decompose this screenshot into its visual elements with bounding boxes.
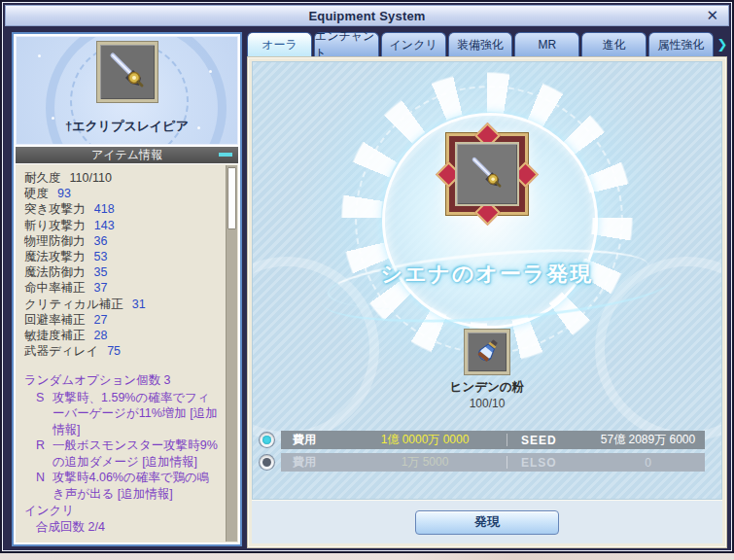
stat-value: 37 [94, 280, 108, 296]
stat-label: 回避率補正 [24, 312, 86, 328]
random-option-row: N 攻撃時4.06%の確率で鶏の鳴き声が出る [追加情報] [24, 470, 221, 502]
aura-area: オーラ エンチャント インクリ 装備強化 MR 進 [247, 32, 728, 548]
option-text: 一般ボスモンスター攻撃時9%の追加ダメージ [追加情報] [52, 438, 221, 470]
stat-value: 418 [94, 201, 115, 217]
material-count: 100/10 [470, 397, 506, 410]
stat-label: 斬り攻撃力 [24, 218, 86, 233]
random-options-header: ランダムオプション個数 3 [24, 372, 221, 389]
stat-row: 回避率補正 27 [24, 312, 221, 328]
stat-row: 物理防御力 36 [24, 233, 221, 249]
stat-row: クリティカル補正 31 [24, 297, 221, 312]
aura-content: シエナのオーラ発現 ヒンデンの粉 [252, 61, 722, 500]
collapse-icon[interactable] [219, 153, 232, 157]
cost-bar: 費用 1億 0000万 0000 SEED 57億 2089万 6000 [281, 431, 705, 449]
currency-label: ELSO [507, 456, 591, 470]
random-option-row: S 攻撃時、1.59%の確率でフィーバーゲージが11%増加 [追加情報] [24, 390, 221, 438]
rapier-icon [104, 49, 151, 95]
option-grade: S [36, 390, 52, 438]
tab[interactable]: インクリ [381, 32, 446, 56]
stat-label: 物理防御力 [24, 233, 86, 249]
stat-label: 硬度 [24, 186, 49, 201]
stat-row: 耐久度 110/110 [24, 170, 221, 186]
cost-label: 費用 [281, 454, 343, 471]
material-slot[interactable] [465, 330, 509, 374]
cost-radio[interactable] [260, 433, 274, 447]
stat-label: 魔法防御力 [24, 264, 86, 280]
stat-value: 110/110 [70, 170, 112, 186]
random-option-row: R 一般ボスモンスター攻撃時9%の追加ダメージ [追加情報] [24, 438, 221, 470]
item-info-header-label: アイテム情報 [91, 147, 162, 163]
currency-label: SEED [507, 434, 591, 447]
stat-row: 命中率補正 37 [24, 280, 221, 296]
option-grade: R [36, 438, 52, 470]
tab[interactable]: 装備強化 [448, 32, 513, 56]
stat-label: 耐久度 [24, 170, 61, 186]
tab[interactable]: エンチャント [314, 32, 379, 56]
item-stats-area: 耐久度 110/110 硬度 93 突き攻撃力 418 斬り攻撃力 [16, 163, 238, 542]
random-option-list: S 攻撃時、1.59%の確率でフィーバーゲージが11%増加 [追加情報] R 一… [24, 390, 221, 503]
stat-value: 93 [57, 186, 71, 201]
stat-label: 突き攻撃力 [24, 201, 86, 217]
stat-row: 魔法防御力 35 [24, 264, 221, 280]
cost-row: 費用 1億 0000万 0000 SEED 57億 2089万 6000 [260, 431, 705, 449]
stat-value: 35 [94, 264, 108, 280]
stats-scrollbar[interactable] [226, 165, 237, 542]
cost-radio[interactable] [260, 455, 274, 470]
stat-label: 命中率補正 [24, 280, 86, 296]
tab-label: オーラ [262, 37, 297, 53]
stats-scrollbar-thumb[interactable] [227, 167, 236, 229]
cost-bar: 費用 1万 5000 ELSO 0 [281, 453, 705, 472]
incli-header: インクリ [24, 503, 221, 519]
cost-value: 1万 5000 [343, 454, 507, 471]
sparkle [209, 70, 212, 73]
tab-label: インクリ [390, 37, 437, 53]
tab[interactable]: 属性強化 [648, 32, 714, 56]
material-name: ヒンデンの粉 [450, 379, 524, 396]
tab[interactable]: オーラ [247, 32, 312, 56]
stat-label: 敏捷度補正 [24, 328, 86, 343]
currency-value: 0 [591, 456, 705, 470]
item-info-panel: †エクリプスレイピア アイテム情報 耐久度 110/110 硬度 93 [12, 32, 242, 546]
title-bar: Equipment System ✕ [5, 5, 729, 26]
option-grade: N [36, 470, 52, 502]
tab-scroll-right-icon[interactable]: ❯ [717, 34, 728, 54]
stat-value: 28 [94, 328, 108, 343]
stat-value: 75 [107, 343, 121, 359]
window-title: Equipment System [308, 9, 425, 23]
stat-label: 魔法攻撃力 [24, 249, 86, 264]
equipped-item-slot[interactable] [97, 42, 157, 102]
item-showcase: †エクリプスレイピア [16, 36, 238, 145]
stat-value: 143 [94, 218, 115, 233]
sparkle [38, 54, 41, 57]
stat-row: 斬り攻撃力 143 [24, 218, 221, 233]
cost-rows: 費用 1億 0000万 0000 SEED 57億 2089万 6000 [260, 431, 705, 472]
tab-bar: オーラ エンチャント インクリ 装備強化 MR 進 [247, 32, 728, 56]
close-icon[interactable]: ✕ [706, 7, 718, 24]
stat-row: 武器ディレイ 75 [24, 343, 221, 359]
tab-label: 装備強化 [457, 37, 504, 53]
item-info-header: アイテム情報 [16, 147, 238, 163]
action-strip: 発現 [252, 500, 722, 543]
stat-value: 31 [132, 297, 146, 312]
tab-label: 属性強化 [658, 37, 705, 53]
currency-value: 57億 2089万 6000 [591, 432, 705, 448]
option-text: 攻撃時、1.59%の確率でフィーバーゲージが11%増加 [追加情報] [52, 390, 221, 438]
stat-label: クリティカル補正 [24, 297, 123, 312]
aura-title: シエナのオーラ発現 [253, 260, 721, 289]
option-text: 攻撃時4.06%の確率で鶏の鳴き声が出る [追加情報] [52, 470, 221, 502]
tab[interactable]: 進化 [581, 32, 647, 56]
stat-list: 耐久度 110/110 硬度 93 突き攻撃力 418 斬り攻撃力 [24, 170, 221, 359]
tab-label: 進化 [603, 37, 626, 53]
stat-value: 53 [94, 249, 108, 264]
stat-row: 突き攻撃力 418 [24, 201, 221, 217]
game-background-strip [0, 553, 734, 560]
stat-value: 27 [94, 312, 108, 328]
stat-row: 魔法攻撃力 53 [24, 249, 221, 264]
tab-label: MR [539, 38, 557, 52]
equipment-system-window: Equipment System ✕ †エクリプスレイピア [0, 0, 734, 553]
cost-label: 費用 [281, 432, 343, 448]
cost-row: 費用 1万 5000 ELSO 0 [260, 453, 705, 472]
tab[interactable]: MR [514, 32, 579, 56]
manifest-button[interactable]: 発現 [415, 510, 559, 535]
aura-target-slot[interactable] [446, 133, 528, 215]
